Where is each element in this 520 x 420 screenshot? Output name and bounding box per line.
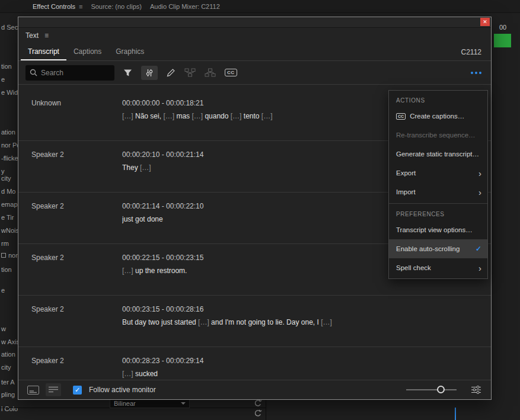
panel-menu-icon[interactable]: ≡ <box>44 31 49 40</box>
slider-track <box>406 389 457 390</box>
transcript-segment: tento <box>244 112 260 120</box>
reset-parameter-icon[interactable] <box>254 399 262 408</box>
effect-label-text: d Sec <box>1 24 18 31</box>
transcript-speaker: Unknown <box>18 99 122 140</box>
menu-item-label: Export <box>396 169 416 177</box>
edit-pencil-icon[interactable] <box>167 68 176 77</box>
transcript-segment: Não sei, <box>135 112 161 120</box>
cc-badge-icon[interactable]: CC <box>225 69 237 76</box>
tab-graphics[interactable]: Graphics <box>109 43 151 60</box>
reset-parameter-icon[interactable] <box>254 409 262 418</box>
effect-label-text: tion <box>1 266 12 273</box>
cc-icon: CC <box>396 113 406 120</box>
transcript-segment: […] <box>321 318 332 326</box>
transcript-text: But day two just started […] and I'm not… <box>122 318 481 326</box>
effect-label: tion <box>1 266 12 273</box>
transcript-speaker: Speaker 2 <box>18 202 122 243</box>
menu-item-import[interactable]: Import› <box>389 182 487 201</box>
panel-menu-icon[interactable]: ≡ <box>79 3 82 10</box>
divider <box>266 400 266 420</box>
sequence-label: C2112 <box>461 43 489 60</box>
menu-item-export[interactable]: Export› <box>389 163 487 182</box>
transcript-speaker: Speaker 2 <box>18 150 122 192</box>
audio-meter-bar <box>494 34 511 47</box>
transcript-segment: […] <box>260 112 273 120</box>
search-box[interactable] <box>25 65 114 81</box>
transcript-segment: mas <box>176 112 190 120</box>
context-menu: ACTIONSCCCreate captions…Re-transcribe s… <box>388 90 488 279</box>
transcript-row[interactable]: Speaker 200:00:23:15 - 00:00:28:16But da… <box>18 296 491 347</box>
panel-titlebar[interactable]: ✕ <box>18 17 491 28</box>
menu-item-transcript-view-options[interactable]: Transcript view options… <box>389 220 487 239</box>
tab-captions[interactable]: Captions <box>66 43 109 60</box>
transcript-lines-icon <box>47 386 59 395</box>
more-options-button[interactable] <box>468 69 484 77</box>
transcript-view-icon-button[interactable] <box>46 383 61 396</box>
transcript-segment: just got done <box>122 215 163 223</box>
settings-sliders-icon[interactable] <box>471 386 481 394</box>
menu-item-re-transcribe-sequence: Re-transcribe sequence… <box>389 126 487 145</box>
bilinear-dropdown[interactable]: Bilinear <box>110 399 190 408</box>
link-clips-icon <box>205 68 216 77</box>
search-input[interactable] <box>41 69 110 77</box>
app-tab-effect-controls[interactable]: Effect Controls≡ <box>33 3 82 10</box>
slider-knob[interactable] <box>437 386 445 393</box>
app-tab-audio-clip-mixer-c2112[interactable]: Audio Clip Mixer: C2112 <box>150 3 220 10</box>
caption-block-icon <box>27 386 39 395</box>
follow-active-monitor-label: Follow active monitor <box>89 386 156 394</box>
follow-active-monitor-checkbox[interactable]: ✓ <box>73 386 82 395</box>
merge-clips-icon <box>184 68 196 77</box>
effect-label: y <box>1 168 5 175</box>
transcript-timestamp: 00:00:23:15 - 00:00:28:16 <box>122 305 481 313</box>
effect-label-text: pling <box>1 391 15 398</box>
caption-block-icon-button[interactable] <box>25 383 41 396</box>
effect-label: w Axis <box>1 338 18 345</box>
transcript-segment: They <box>122 163 140 172</box>
menu-item-generate-static-transcript[interactable]: Generate static transcript… <box>389 145 487 163</box>
transcript-row[interactable]: Speaker 200:00:28:23 - 00:00:29:14[…] su… <box>18 347 491 381</box>
effect-label-text: ter A <box>1 379 15 386</box>
tab-transcript[interactable]: Transcript <box>21 43 66 60</box>
playhead-line[interactable] <box>455 408 456 420</box>
panel-toolbar: CC <box>18 61 491 85</box>
effect-label-text: ation <box>1 351 15 358</box>
effect-label: d Sec <box>1 24 18 31</box>
effect-label: e <box>1 76 5 83</box>
panel-header: Text ≡ <box>18 28 491 43</box>
filter-icon[interactable] <box>123 69 132 77</box>
menu-item-enable-auto-scrolling[interactable]: Enable auto-scrolling✓ <box>389 239 487 258</box>
menu-section-header: ACTIONS <box>389 92 487 107</box>
effect-label-text: rm <box>1 240 9 247</box>
panel-footer: ✓ Follow active monitor <box>18 380 491 399</box>
menu-item-label: Generate static transcript… <box>396 150 479 158</box>
effect-label: w <box>1 325 6 332</box>
text-size-slider[interactable] <box>406 385 457 395</box>
close-button[interactable]: ✕ <box>480 18 490 26</box>
effect-label-text: nor Po <box>1 142 18 149</box>
effect-label: ation <box>1 129 15 136</box>
effect-label: nor Po <box>1 252 18 259</box>
transcript-speaker: Speaker 2 <box>18 357 122 381</box>
panel-title: Text <box>25 31 39 40</box>
speaker-sliders-button[interactable] <box>141 66 158 80</box>
menu-item-create-captions[interactable]: CCCreate captions… <box>389 107 487 126</box>
app-tab-label: Effect Controls <box>33 3 75 10</box>
menu-item-label: Transcript view options… <box>396 226 473 233</box>
menu-item-spell-check[interactable]: Spell check› <box>389 258 487 277</box>
effect-toggle-checkbox[interactable] <box>1 253 6 258</box>
effect-label-text: w <box>1 325 6 332</box>
search-icon <box>30 69 37 76</box>
app-tab-source-no-clips[interactable]: Source: (no clips) <box>91 3 142 10</box>
panel-tabs: TranscriptCaptionsGraphics C2112 <box>18 43 491 61</box>
transcript-segment: sucked <box>135 370 158 378</box>
menu-divider <box>389 203 487 204</box>
effect-label: d Mo <box>1 188 15 195</box>
effect-label-text: wNois <box>1 227 18 234</box>
menu-item-label: Spell check <box>396 264 431 271</box>
transcript-segment: up the restroom. <box>135 267 187 275</box>
chevron-down-icon <box>181 402 186 405</box>
dropdown-value: Bilinear <box>114 400 136 407</box>
effect-label-text: l Color <box>1 405 18 412</box>
chevron-right-icon: › <box>478 169 484 178</box>
effect-label: tion <box>1 63 12 70</box>
